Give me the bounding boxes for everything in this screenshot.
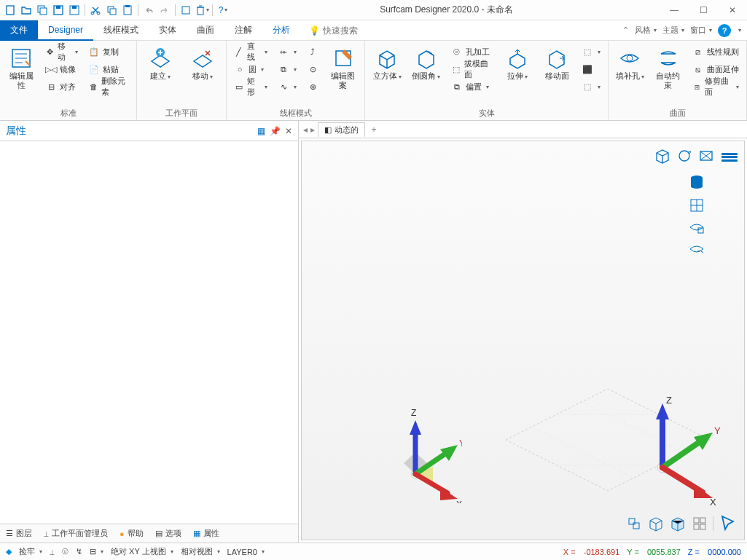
fill-hole-button[interactable]: 填补孔▾ <box>613 44 646 84</box>
move-face-button[interactable]: 移动面 <box>539 44 574 84</box>
wire-tool-3[interactable]: ∿▾ <box>275 79 300 95</box>
mirror-button[interactable]: ▷◁镜像 <box>42 61 81 77</box>
save-as-icon[interactable] <box>67 3 82 17</box>
edit-scheme-button[interactable]: 编辑图案 <box>326 44 360 93</box>
wire-tool-2[interactable]: ⧉▾ <box>275 61 300 77</box>
tab-analysis[interactable]: 分析 <box>262 20 300 41</box>
cube-button[interactable]: 立方体▾ <box>369 44 404 84</box>
view-nav-right[interactable]: ▸ <box>310 125 315 135</box>
align-button[interactable]: ⊟对齐 <box>42 79 81 95</box>
style-dropdown[interactable]: 风格▾ <box>635 25 657 36</box>
delete-icon[interactable]: ▾ <box>195 3 209 17</box>
delete-elements-button[interactable]: 🗑删除元素 <box>85 79 132 95</box>
redo-icon[interactable] <box>157 3 172 17</box>
circle-button[interactable]: ○圆▾ <box>231 61 270 77</box>
new-file-icon[interactable] <box>3 3 17 17</box>
help-qat-icon[interactable]: ?▾ <box>216 3 230 17</box>
cylinder-icon[interactable] <box>687 172 707 192</box>
quick-search[interactable]: 💡 <box>309 25 381 36</box>
rel-view-dropdown[interactable]: 相对视图▾ <box>181 546 220 557</box>
wire-tool-1[interactable]: ⬰▾ <box>275 44 300 60</box>
rotate-view-icon[interactable] <box>676 147 693 165</box>
tab-designer[interactable]: Designer <box>38 20 93 41</box>
view-nav-left[interactable]: ◂ <box>303 125 308 135</box>
solid-tool-3[interactable]: ⬚▾ <box>579 79 603 95</box>
tab-solid[interactable]: 实体 <box>149 20 187 41</box>
cut-icon[interactable] <box>88 3 103 17</box>
move-plane-button[interactable]: 移动▾ <box>184 44 222 84</box>
save-all-icon[interactable] <box>35 3 50 17</box>
open-file-icon[interactable] <box>19 3 34 17</box>
eye-cube-icon[interactable] <box>688 218 705 236</box>
extrude-button[interactable]: 拉伸▾ <box>500 44 535 84</box>
snap-dropdown[interactable]: 捡牢▾ <box>19 546 42 557</box>
batch-icon[interactable] <box>179 3 193 17</box>
theme-dropdown[interactable]: 主题▾ <box>662 25 684 36</box>
paste-button[interactable]: 📄粘贴 <box>85 61 132 77</box>
file-tab[interactable]: 文件 <box>0 20 38 41</box>
wire-tool-4[interactable]: ⤴ <box>304 44 321 60</box>
grid-icon[interactable] <box>688 197 705 214</box>
layer-dropdown[interactable]: LAYER0▾ <box>227 548 265 556</box>
layout-icon[interactable] <box>691 515 708 532</box>
rect-button[interactable]: ▭矩形▾ <box>231 79 270 95</box>
undo-icon[interactable] <box>141 3 156 17</box>
status-tool-2[interactable]: ⦾ <box>62 547 69 556</box>
solid-tool-1[interactable]: ⬚▾ <box>579 44 603 60</box>
add-viewport-tab[interactable]: + <box>368 124 380 135</box>
line-button[interactable]: ╱直线▾ <box>231 44 270 60</box>
wireframe-cube-icon[interactable] <box>647 515 665 532</box>
eye-surface-icon[interactable] <box>688 240 705 258</box>
hole-button[interactable]: ⦾孔加工 <box>448 44 496 60</box>
save-icon[interactable] <box>51 3 66 17</box>
options-tab[interactable]: ▤选项 <box>155 528 181 539</box>
maximize-button[interactable]: ☐ <box>689 1 718 20</box>
help-tab[interactable]: ●帮助 <box>120 528 144 539</box>
paste-icon[interactable] <box>120 3 135 17</box>
tab-surface[interactable]: 曲面 <box>187 20 224 41</box>
linear-rule-button[interactable]: ⧄线性规则 <box>689 44 742 60</box>
viewport-3d[interactable]: Z Y X Z <box>301 141 745 540</box>
tab-wireframe[interactable]: 线框模式 <box>93 20 149 41</box>
trim-surface-button[interactable]: ⧆修剪曲面▾ <box>689 79 742 95</box>
status-tool-3[interactable]: ↯ <box>76 547 82 556</box>
properties-tab[interactable]: ▦属性 <box>193 528 219 539</box>
status-diamond-icon[interactable]: ◆ <box>6 547 12 556</box>
wp-manager-tab[interactable]: ⟂工作平面管理员 <box>44 528 108 539</box>
wire-tool-6[interactable]: ⊕ <box>304 79 321 95</box>
pull-surface-button[interactable]: ⬚拔模曲面 <box>448 61 496 77</box>
panel-options-icon[interactable]: ▦ <box>257 126 265 136</box>
svg-rect-14 <box>197 7 203 15</box>
panel-close-icon[interactable]: ✕ <box>285 126 292 136</box>
surface-extend-button[interactable]: ⧅曲面延伸 <box>689 61 742 77</box>
offset-button[interactable]: ⧉偏置▾ <box>448 79 496 95</box>
status-tool-1[interactable]: ⟂ <box>50 548 55 556</box>
collapse-ribbon-icon[interactable]: ⌃ <box>622 25 629 35</box>
move-button[interactable]: ✥移动▾ <box>42 44 81 60</box>
wire-tool-5[interactable]: ⊙ <box>304 61 321 77</box>
shaded-cube-icon[interactable] <box>669 515 687 532</box>
minimize-button[interactable]: — <box>660 1 689 20</box>
create-plane-button[interactable]: 建立▾ <box>141 44 179 84</box>
window-dropdown[interactable]: 窗口▾ <box>690 25 712 36</box>
edit-properties-button[interactable]: 编辑属性 <box>4 44 38 93</box>
layers-tab[interactable]: ☰图层 <box>6 528 32 539</box>
cursor-icon[interactable] <box>718 513 738 534</box>
copy-button[interactable]: 📋复制 <box>85 44 132 60</box>
view-cube-icon[interactable] <box>654 147 671 165</box>
status-tool-4[interactable]: ⊟▾ <box>90 547 103 556</box>
fillet-button[interactable]: 倒圆角▾ <box>409 44 444 84</box>
abs-view-dropdown[interactable]: 绝对 XY 上视图▾ <box>111 546 173 557</box>
close-button[interactable]: ✕ <box>718 1 747 20</box>
tab-annotation[interactable]: 注解 <box>224 20 262 41</box>
search-input[interactable] <box>323 25 381 36</box>
help-button[interactable]: ? <box>718 24 731 37</box>
auto-constrain-button[interactable]: 自动约束 <box>651 44 684 93</box>
viewport-tab[interactable]: ◧ 动态的 <box>318 122 365 137</box>
menu-icon[interactable] <box>719 147 740 167</box>
solid-tool-2[interactable]: ⬛ <box>579 61 603 77</box>
fit-view-icon[interactable] <box>697 147 715 165</box>
select-mode-icon[interactable] <box>625 515 643 532</box>
copy-icon[interactable] <box>104 3 119 17</box>
panel-pin-icon[interactable]: 📌 <box>270 126 281 136</box>
